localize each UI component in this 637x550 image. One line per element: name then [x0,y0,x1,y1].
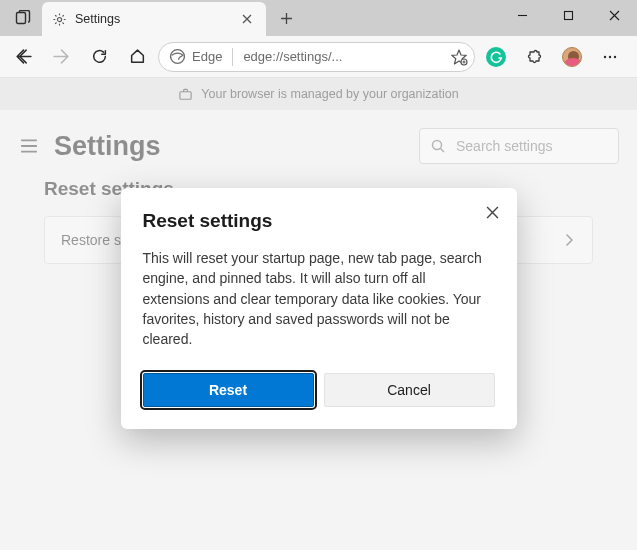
cancel-button[interactable]: Cancel [324,373,495,407]
reset-button[interactable]: Reset [143,373,314,407]
svg-point-5 [604,55,606,57]
window-controls [499,0,637,30]
toolbar: Edge edge://settings/... [0,36,637,78]
close-tab-icon[interactable] [238,10,256,28]
refresh-button[interactable] [82,41,116,73]
home-button[interactable] [120,41,154,73]
svg-point-6 [609,55,611,57]
edge-logo-icon [169,48,186,65]
svg-point-1 [57,17,61,21]
dialog-title: Reset settings [143,210,495,232]
svg-point-7 [614,55,616,57]
maximize-button[interactable] [545,0,591,30]
browser-tab[interactable]: Settings [42,2,266,36]
close-window-button[interactable] [591,0,637,30]
svg-point-3 [171,50,185,64]
minimize-button[interactable] [499,0,545,30]
title-bar: Settings [0,0,637,36]
reset-settings-dialog: Reset settings This will reset your star… [121,188,517,429]
forward-button[interactable] [44,41,78,73]
tab-title: Settings [75,12,230,26]
profile-avatar[interactable] [555,41,589,73]
address-bar[interactable]: Edge edge://settings/... [158,42,475,72]
dialog-body: This will reset your startup page, new t… [143,248,495,349]
address-identity: Edge [192,49,222,64]
dialog-buttons: Reset Cancel [143,373,495,407]
address-url: edge://settings/... [243,49,342,64]
grammarly-icon[interactable] [479,41,513,73]
favorite-icon[interactable] [450,48,468,66]
toolbar-right [479,41,631,73]
separator [232,48,233,66]
tab-actions-icon[interactable] [6,2,40,34]
svg-rect-2 [564,11,572,19]
back-button[interactable] [6,41,40,73]
svg-rect-0 [17,13,26,24]
dialog-close-button[interactable] [483,202,503,222]
extensions-icon[interactable] [517,41,551,73]
menu-button[interactable] [593,41,627,73]
new-tab-button[interactable] [270,2,302,34]
gear-icon [52,12,67,27]
